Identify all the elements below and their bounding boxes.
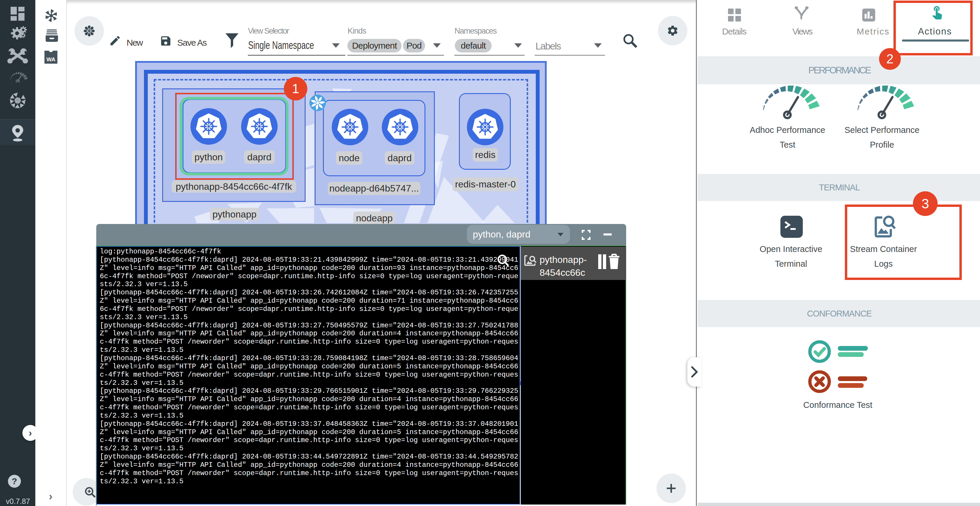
svg-text:WA: WA xyxy=(46,56,56,62)
